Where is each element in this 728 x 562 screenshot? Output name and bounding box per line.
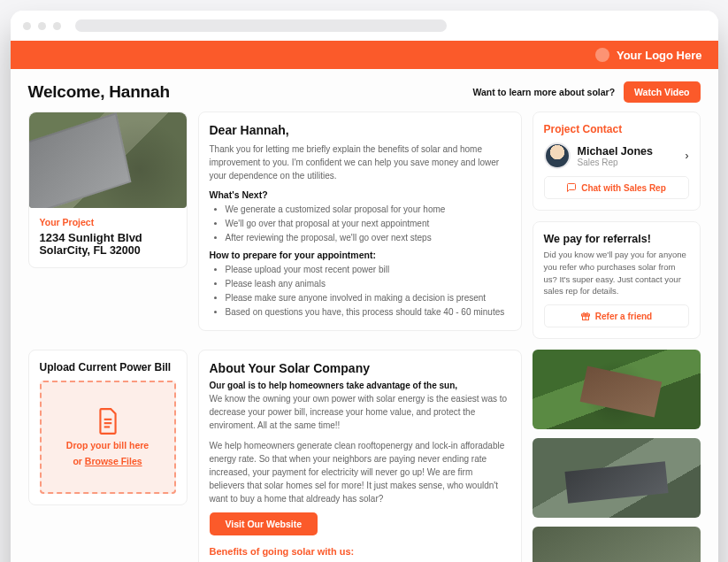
upload-title: Upload Current Power Bill [40, 361, 176, 373]
chat-icon [566, 182, 577, 193]
page-body: Welcome, Hannah Want to learn more about… [11, 69, 718, 562]
watch-video-button[interactable]: Watch Video [624, 81, 700, 103]
about-para1: We know the owning your own power with s… [210, 392, 510, 432]
prepare-heading: How to prepare for your appointment: [210, 250, 510, 260]
learn-more-label: Want to learn more about solar? [472, 87, 615, 97]
dropzone-line2: or Browse Files [73, 456, 142, 466]
letter-card: Dear Hannah, Thank you for letting me br… [198, 112, 522, 331]
page-title: Welcome, Hannah [28, 82, 170, 102]
contact-name: Michael Jones [578, 145, 653, 158]
window-dot [38, 22, 46, 30]
avatar [544, 142, 571, 169]
window-dot [23, 22, 31, 30]
list-item: After reviewing the proposal, we'll go o… [226, 231, 510, 244]
upload-dropzone[interactable]: Drop your bill here or Browse Files [40, 381, 176, 494]
refer-friend-button[interactable]: Refer a friend [544, 304, 689, 327]
gallery-image [533, 438, 701, 518]
project-address-line1: 1234 Sunlight Blvd [40, 231, 176, 244]
gallery-image [533, 350, 701, 429]
visit-website-button[interactable]: Visit Our Website [210, 512, 318, 535]
list-item: Please leash any animals [226, 277, 510, 290]
contact-row[interactable]: Michael Jones Sales Rep › [544, 142, 689, 169]
gift-icon [580, 311, 591, 321]
document-icon [96, 408, 119, 435]
page-header: Welcome, Hannah Want to learn more about… [28, 81, 701, 103]
about-title: About Your Solar Company [210, 361, 510, 375]
list-item: We'll go over that proposal at your next… [226, 217, 510, 230]
chevron-right-icon: › [686, 150, 689, 162]
list-item: Please upload your most recent power bil… [226, 263, 510, 276]
gallery [533, 350, 701, 562]
chat-sales-rep-button[interactable]: Chat with Sales Rep [544, 176, 689, 199]
about-lead: Our goal is to help homeowners take adva… [210, 381, 510, 390]
upload-card: Upload Current Power Bill Drop your bill… [28, 350, 188, 505]
contact-title: Project Contact [544, 123, 689, 135]
logo-icon [595, 48, 609, 62]
brand-bar: Your Logo Here [11, 41, 718, 69]
about-para2: We help homeowners generate clean roofto… [210, 439, 510, 505]
project-aerial-image [29, 112, 187, 208]
gallery-image [533, 527, 701, 562]
whats-next-list: We generate a customized solar proposal … [210, 203, 510, 244]
project-card: Your Project 1234 Sunlight Blvd SolarCit… [28, 112, 188, 268]
browser-chrome [11, 11, 718, 41]
window-dot [53, 22, 61, 30]
list-item: We generate a customized solar proposal … [226, 203, 510, 216]
address-bar[interactable] [75, 19, 447, 32]
prepare-list: Please upload your most recent power bil… [210, 263, 510, 319]
dropzone-line1: Drop your bill here [66, 440, 149, 450]
project-address-line2: SolarCity, FL 32000 [40, 244, 176, 257]
referral-card: We pay for referrals! Did you know we'll… [533, 221, 701, 339]
contact-card: Project Contact Michael Jones Sales Rep … [533, 112, 701, 211]
letter-intro: Thank you for letting me briefly explain… [210, 142, 510, 182]
referral-title: We pay for referrals! [544, 233, 689, 245]
letter-greeting: Dear Hannah, [210, 123, 510, 137]
benefits-title: Benefits of going solar with us: [210, 546, 510, 557]
whats-next-heading: What's Next? [210, 189, 510, 200]
contact-role: Sales Rep [578, 158, 653, 167]
about-card: About Your Solar Company Our goal is to … [198, 350, 522, 562]
refer-button-label: Refer a friend [595, 312, 652, 321]
list-item: Based on questions you have, this proces… [226, 305, 510, 319]
browse-files-link[interactable]: Browse Files [85, 456, 142, 466]
app-window: Your Logo Here Welcome, Hannah Want to l… [11, 11, 718, 562]
project-label: Your Project [40, 217, 176, 227]
brand-text: Your Logo Here [617, 49, 702, 62]
chat-button-label: Chat with Sales Rep [581, 183, 666, 193]
referral-body: Did you know we'll pay you for anyone yo… [544, 249, 689, 297]
list-item: Please make sure anyone involved in maki… [226, 291, 510, 304]
